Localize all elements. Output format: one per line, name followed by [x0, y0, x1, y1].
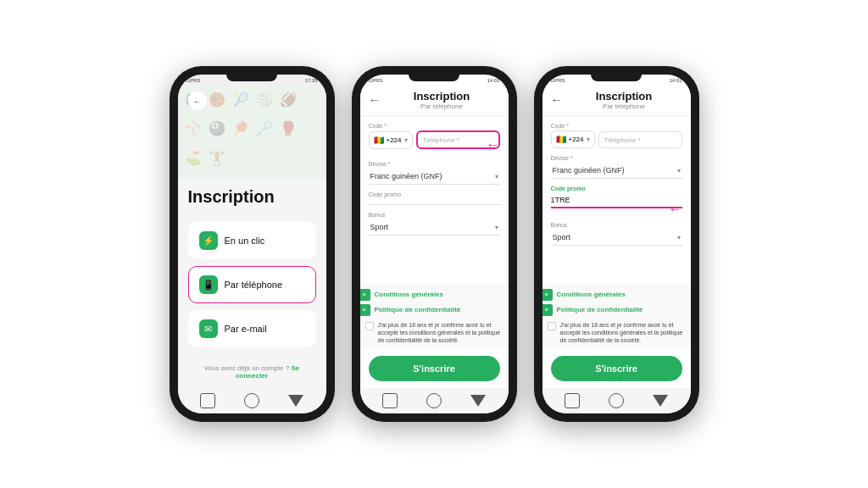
phone-1-content: ← [178, 85, 326, 142]
status-right: 17:35 [304, 78, 317, 83]
promo-label-3: Code promo [551, 186, 682, 191]
promo-input-3[interactable]: 1TRE [551, 193, 682, 208]
politique-text-3[interactable]: Politique de confidentialité [557, 306, 643, 313]
sinscire-button-3[interactable]: S'inscrire [551, 356, 682, 381]
circle-button-3[interactable] [609, 393, 624, 408]
phone-2-bottom-bar [360, 388, 509, 413]
bolt-icon: ⚡ [199, 231, 218, 250]
devise-chevron-icon: ▾ [495, 173, 498, 180]
phone-3-form-body: Code * 🇬🇳 +224 ▾ Téléphone * [542, 116, 691, 284]
devise-label-3: Devise * [551, 155, 682, 161]
phone-3-back-icon[interactable]: ← [551, 93, 563, 107]
telephone-input-3[interactable]: Téléphone * [598, 131, 682, 148]
option-par-email-label: Par e-mail [225, 324, 267, 334]
telephone-input[interactable]: Téléphone * [416, 130, 500, 149]
option-un-clic[interactable]: ⚡ En un clic [188, 222, 316, 259]
nav-back-button[interactable] [288, 395, 303, 407]
bonus-label-3: Bonus [551, 222, 682, 228]
politique-item: ≡ Politique de confidentialité [360, 304, 509, 316]
bonus-value: Sport [370, 223, 389, 231]
chevron-down-icon: ▾ [404, 136, 408, 144]
phone-input-row: 🇬🇳 +224 ▾ Téléphone * [369, 130, 500, 149]
bonus-chevron-icon-3: ▾ [677, 234, 681, 241]
promo-value-3: 1TRE [551, 196, 570, 204]
phone-1-title: Inscription [188, 187, 316, 207]
promo-label: Code promo [369, 191, 500, 197]
option-par-telephone[interactable]: 📱 Par téléphone [188, 266, 316, 303]
consent-checkbox[interactable] [365, 322, 374, 330]
phone-2: GPRS 14:02 ← Inscription Par téléphone [352, 66, 517, 422]
status-left: GPRS [369, 78, 383, 83]
promo-row-3: Code promo 1TRE [551, 186, 682, 208]
sinscire-button[interactable]: S'inscrire [369, 356, 500, 381]
chevron-down-icon-3: ▾ [587, 136, 590, 143]
politique-item-3: ≡ Politique de confidentialité [542, 304, 691, 316]
back-button-2[interactable] [470, 395, 486, 407]
politique-icon-3: ≡ [542, 304, 553, 316]
phone-1-device: GPRS 17:35 ⚽🏀 🎾🏐 🏈⚾ 🎱🏓 🏸🥊 ⛳🏋 [170, 66, 335, 422]
phone-1-bottom-bar [178, 388, 326, 413]
conditions-generale-text-3[interactable]: Conditions générales [557, 291, 626, 298]
home-button-3[interactable] [565, 393, 580, 408]
bonus-chevron-icon: ▾ [495, 224, 498, 231]
code-label-3: Code * [551, 123, 682, 129]
phone-1-bg: ⚽🏀 🎾🏐 🏈⚾ 🎱🏓 🏸🥊 ⛳🏋 ← [178, 85, 326, 179]
checkbox-row: J'ai plus de 18 ans et je confirme avoir… [360, 321, 509, 344]
flag-icon-3: 🇬🇳 [556, 135, 566, 144]
checkbox-row-3: J'ai plus de 18 ans et je confirme avoir… [542, 321, 691, 344]
status-right: 14:02 [669, 78, 682, 83]
conditions-icon: ≡ [360, 289, 370, 301]
bonus-label: Bonus [369, 212, 500, 218]
country-code-value: +224 [387, 136, 402, 144]
phone-row-3: Code * 🇬🇳 +224 ▾ Téléphone * [551, 123, 682, 148]
phone-1: GPRS 17:35 ⚽🏀 🎾🏐 🏈⚾ 🎱🏓 🏸🥊 ⛳🏋 [170, 66, 335, 422]
home-button-2[interactable] [382, 393, 398, 408]
phone-3-footer: S'inscrire [542, 349, 691, 388]
phone-1-form-area: Inscription ⚡ En un clic 📱 Par téléphone… [178, 179, 326, 388]
phone-3-screen: GPRS 14:02 ← Inscription Par téléphone [542, 75, 691, 413]
back-home-button[interactable] [244, 393, 259, 408]
home-button[interactable] [200, 393, 215, 408]
consent-checkbox-3[interactable] [548, 322, 556, 330]
phone-2-back-icon[interactable]: ← [369, 93, 381, 107]
phone-3-header: ← Inscription Par téléphone [542, 85, 691, 116]
promo-input[interactable] [369, 199, 500, 205]
devise-value-3: Franc guinéen (GNF) [553, 166, 625, 175]
main-container: GPRS 17:35 ⚽🏀 🎾🏐 🏈⚾ 🎱🏓 🏸🥊 ⛳🏋 [0, 0, 868, 488]
email-icon: ✉ [199, 319, 218, 338]
flag-icon: 🇬🇳 [374, 136, 384, 145]
phone-3: GPRS 14:02 ← Inscription Par téléphone [534, 66, 699, 422]
conditions-generale-text[interactable]: Conditions générales [375, 291, 443, 298]
phone-2-header: ← Inscription Par téléphone [360, 85, 509, 116]
back-button-3[interactable] [653, 395, 668, 407]
bonus-selector[interactable]: Sport ▾ [369, 219, 500, 236]
devise-label: Devise * [369, 161, 500, 167]
devise-row: Devise * Franc guinéen (GNF) ▾ [369, 161, 500, 185]
telephone-placeholder: Téléphone * [423, 136, 459, 144]
devise-selector-3[interactable]: Franc guinéen (GNF) ▾ [551, 163, 682, 179]
phone-1-notch [226, 75, 277, 81]
bonus-value-3: Sport [553, 233, 571, 241]
back-button[interactable]: ← [188, 92, 207, 110]
politique-text[interactable]: Politique de confidentialité [375, 306, 461, 313]
phone-row: Code * 🇬🇳 +224 ▾ Téléphone * [369, 123, 500, 149]
code-label: Code * [369, 123, 500, 129]
consent-text-3: J'ai plus de 18 ans et je confirme avoir… [560, 321, 686, 344]
conditions-generale-item: ≡ Conditions générales [360, 289, 509, 301]
devise-value: Franc guinéen (GNF) [370, 172, 442, 180]
phone-2-device: GPRS 14:02 ← Inscription Par téléphone [352, 66, 517, 422]
phone-2-form-title: Inscription [384, 90, 500, 103]
phone-2-notch [409, 75, 459, 81]
country-code-selector[interactable]: 🇬🇳 +224 ▾ [369, 131, 413, 149]
status-left: GPRS [551, 78, 565, 83]
telephone-placeholder-3: Téléphone * [604, 136, 641, 144]
phone-3-bottom-bar [542, 388, 691, 413]
status-right: 14:02 [487, 78, 499, 83]
status-left: GPRS [186, 78, 201, 83]
country-code-selector-3[interactable]: 🇬🇳 +224 ▾ [551, 130, 595, 148]
phone-2-form-subtitle: Par téléphone [384, 103, 500, 110]
bonus-selector-3[interactable]: Sport ▾ [551, 230, 682, 246]
option-par-email[interactable]: ✉ Par e-mail [188, 310, 316, 347]
devise-selector[interactable]: Franc guinéen (GNF) ▾ [369, 169, 500, 185]
circle-button-2[interactable] [426, 393, 442, 408]
